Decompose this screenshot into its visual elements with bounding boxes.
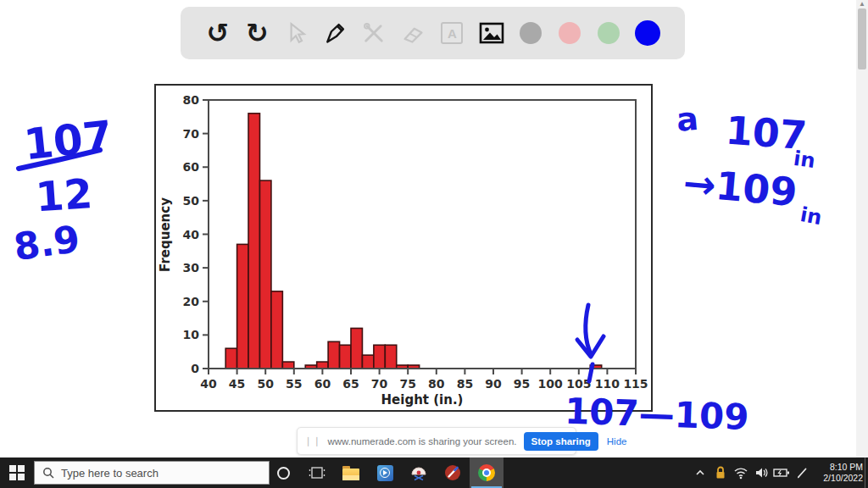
histogram-image: Height (in.) Frequency 40455055606570758… [154,84,653,412]
tray-lock-button[interactable] [710,458,731,488]
drawing-toolbar: ↺ ↻ [181,7,685,59]
whiteboard-canvas[interactable]: ↺ ↻ [0,0,868,458]
taskbar-clock[interactable]: 8:10 PM 2/10/2022 [815,462,863,484]
color-pink-button[interactable] [554,18,585,48]
y-tick-label: 60 [183,160,200,174]
scrollbar-up-arrow[interactable]: ▲ [856,0,868,8]
histogram-bar [340,345,351,369]
y-tick-label: 20 [183,295,200,308]
search-icon [42,467,54,479]
histogram-bar [385,345,396,369]
x-tick-label: 65 [342,377,359,391]
x-tick-label: 80 [428,377,445,391]
cortana-button[interactable] [266,458,300,488]
x-tick-label: 70 [371,377,388,391]
x-tick-label: 115 [623,377,648,391]
x-tick-label: 75 [399,377,415,391]
color-green-swatch [598,22,620,44]
histogram-bar [282,362,293,369]
x-tick-label: 90 [485,377,502,391]
ink-note-value1: 107 [724,108,809,159]
tray-chevron-button[interactable] [690,458,710,488]
paint-app-button[interactable] [402,458,436,488]
media-player-button[interactable] [368,458,402,488]
pen-icon [795,466,809,480]
color-green-button[interactable] [593,18,624,48]
histogram-bar [362,355,373,369]
histogram-bar [374,345,385,369]
taskbar-app-row [266,458,504,488]
undo-icon: ↺ [207,19,230,47]
pen-app-icon [443,463,462,482]
clock-time: 8:10 PM [815,462,863,473]
ink-note-unit1: in [792,147,816,173]
histogram-bar [271,291,282,369]
windows-taskbar: Type here to search [0,458,868,488]
ink-note-prefix: a [675,100,699,139]
stop-sharing-button[interactable]: Stop sharing [524,432,598,451]
insert-image-button[interactable] [476,18,507,48]
color-blue-swatch-selected [635,20,660,46]
cursor-icon [285,22,307,44]
chrome-button-active[interactable] [470,458,504,488]
pen-app-button[interactable] [436,458,470,488]
y-tick-label: 30 [183,261,200,274]
ink-note-line2: →109 [682,160,799,216]
eraser-tool-button[interactable] [398,18,428,48]
histogram-bar [317,362,328,369]
settings-tools-button[interactable] [359,18,389,48]
cursor-tool-button[interactable] [281,18,311,48]
y-tick-label: 0 [191,362,199,375]
hide-banner-link[interactable]: Hide [607,436,627,446]
y-tick-label: 40 [183,228,200,241]
media-player-icon [377,465,393,481]
search-placeholder: Type here to search [61,467,159,480]
paint-app-icon [409,463,428,482]
x-tick-label: 100 [538,377,563,391]
desktop-screen: ↺ ↻ [0,0,868,488]
histogram-bar [225,348,236,369]
color-gray-swatch [520,22,542,44]
redo-icon: ↻ [246,19,269,47]
histogram-bar [248,114,259,369]
y-tick-label: 70 [183,127,200,141]
redo-button[interactable]: ↻ [242,18,272,48]
text-tool-button[interactable]: A [437,18,467,48]
tray-pen-button[interactable] [792,458,812,488]
histogram-bar [351,328,362,369]
eraser-icon [401,21,425,45]
color-pink-swatch [559,22,581,44]
drag-handle-icon[interactable]: ❘❘ [304,435,321,446]
start-button[interactable] [0,458,34,488]
scrollbar-thumb[interactable] [858,8,866,69]
pencil-icon [323,21,347,45]
screen-share-banner: ❘❘ www.numerade.com is sharing your scre… [297,427,576,455]
file-explorer-icon [342,469,359,480]
x-axis-label: Height (in.) [381,392,464,408]
y-tick-label: 10 [183,328,200,341]
show-desktop-button[interactable] [865,458,868,488]
clock-date: 2/10/2022 [815,473,863,484]
color-blue-button[interactable] [632,18,663,48]
ink-fraction-numerator: 107 [21,112,114,170]
taskbar-search-input[interactable]: Type here to search [34,461,270,485]
tools-icon [362,21,386,45]
x-tick-label: 40 [200,377,217,391]
vertical-scrollbar[interactable]: ▲ [856,0,868,458]
task-view-button[interactable] [300,458,334,488]
undo-button[interactable]: ↺ [203,18,233,48]
tray-wifi-button[interactable] [731,458,751,488]
x-tick-label: 60 [314,377,331,391]
color-gray-button[interactable] [515,18,546,48]
x-tick-label: 45 [229,377,245,391]
y-axis-label: Frequency [158,197,173,272]
lock-icon [714,465,727,480]
y-tick-label: 50 [183,194,200,208]
histogram-bar [328,341,339,369]
tray-volume-button[interactable] [751,458,771,488]
ink-note-unit2: in [798,202,824,230]
file-explorer-button[interactable] [334,458,368,488]
pencil-tool-button[interactable] [320,18,350,48]
tray-battery-button[interactable] [771,458,792,488]
ink-fraction-bar [19,150,100,169]
